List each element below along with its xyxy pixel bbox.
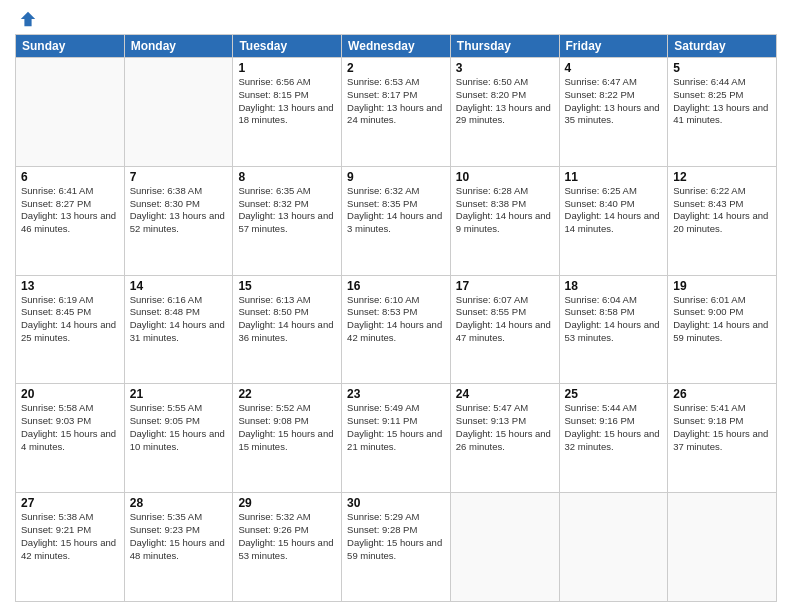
day-number: 7: [130, 170, 228, 184]
day-info: Sunrise: 6:22 AM Sunset: 8:43 PM Dayligh…: [673, 185, 771, 236]
day-info: Sunrise: 6:07 AM Sunset: 8:55 PM Dayligh…: [456, 294, 554, 345]
calendar-cell: 13Sunrise: 6:19 AM Sunset: 8:45 PM Dayli…: [16, 275, 125, 384]
column-header-saturday: Saturday: [668, 35, 777, 58]
calendar-cell: 7Sunrise: 6:38 AM Sunset: 8:30 PM Daylig…: [124, 166, 233, 275]
day-info: Sunrise: 6:04 AM Sunset: 8:58 PM Dayligh…: [565, 294, 663, 345]
day-number: 4: [565, 61, 663, 75]
day-number: 25: [565, 387, 663, 401]
calendar-cell: 14Sunrise: 6:16 AM Sunset: 8:48 PM Dayli…: [124, 275, 233, 384]
day-number: 20: [21, 387, 119, 401]
day-info: Sunrise: 6:41 AM Sunset: 8:27 PM Dayligh…: [21, 185, 119, 236]
day-number: 18: [565, 279, 663, 293]
column-header-thursday: Thursday: [450, 35, 559, 58]
calendar-cell: 28Sunrise: 5:35 AM Sunset: 9:23 PM Dayli…: [124, 493, 233, 602]
calendar-cell: 8Sunrise: 6:35 AM Sunset: 8:32 PM Daylig…: [233, 166, 342, 275]
day-info: Sunrise: 5:58 AM Sunset: 9:03 PM Dayligh…: [21, 402, 119, 453]
day-number: 24: [456, 387, 554, 401]
calendar-cell: 11Sunrise: 6:25 AM Sunset: 8:40 PM Dayli…: [559, 166, 668, 275]
day-info: Sunrise: 5:55 AM Sunset: 9:05 PM Dayligh…: [130, 402, 228, 453]
day-info: Sunrise: 5:49 AM Sunset: 9:11 PM Dayligh…: [347, 402, 445, 453]
day-info: Sunrise: 6:19 AM Sunset: 8:45 PM Dayligh…: [21, 294, 119, 345]
day-number: 16: [347, 279, 445, 293]
calendar-cell: 23Sunrise: 5:49 AM Sunset: 9:11 PM Dayli…: [342, 384, 451, 493]
calendar-cell: [16, 58, 125, 167]
calendar-cell: 2Sunrise: 6:53 AM Sunset: 8:17 PM Daylig…: [342, 58, 451, 167]
calendar-cell: 3Sunrise: 6:50 AM Sunset: 8:20 PM Daylig…: [450, 58, 559, 167]
day-number: 10: [456, 170, 554, 184]
calendar-cell: 16Sunrise: 6:10 AM Sunset: 8:53 PM Dayli…: [342, 275, 451, 384]
calendar-cell: 27Sunrise: 5:38 AM Sunset: 9:21 PM Dayli…: [16, 493, 125, 602]
day-info: Sunrise: 6:32 AM Sunset: 8:35 PM Dayligh…: [347, 185, 445, 236]
day-info: Sunrise: 6:13 AM Sunset: 8:50 PM Dayligh…: [238, 294, 336, 345]
logo: [15, 10, 37, 28]
column-header-friday: Friday: [559, 35, 668, 58]
day-info: Sunrise: 6:44 AM Sunset: 8:25 PM Dayligh…: [673, 76, 771, 127]
day-info: Sunrise: 6:53 AM Sunset: 8:17 PM Dayligh…: [347, 76, 445, 127]
calendar-cell: 6Sunrise: 6:41 AM Sunset: 8:27 PM Daylig…: [16, 166, 125, 275]
calendar-cell: 26Sunrise: 5:41 AM Sunset: 9:18 PM Dayli…: [668, 384, 777, 493]
day-info: Sunrise: 5:29 AM Sunset: 9:28 PM Dayligh…: [347, 511, 445, 562]
day-number: 28: [130, 496, 228, 510]
svg-marker-0: [21, 12, 35, 26]
day-number: 9: [347, 170, 445, 184]
logo-icon: [19, 10, 37, 28]
calendar-table: SundayMondayTuesdayWednesdayThursdayFrid…: [15, 34, 777, 602]
day-number: 12: [673, 170, 771, 184]
column-header-tuesday: Tuesday: [233, 35, 342, 58]
calendar-cell: 1Sunrise: 6:56 AM Sunset: 8:15 PM Daylig…: [233, 58, 342, 167]
calendar-cell: 10Sunrise: 6:28 AM Sunset: 8:38 PM Dayli…: [450, 166, 559, 275]
calendar-cell: 19Sunrise: 6:01 AM Sunset: 9:00 PM Dayli…: [668, 275, 777, 384]
day-info: Sunrise: 6:16 AM Sunset: 8:48 PM Dayligh…: [130, 294, 228, 345]
calendar-cell: [668, 493, 777, 602]
day-info: Sunrise: 5:35 AM Sunset: 9:23 PM Dayligh…: [130, 511, 228, 562]
day-info: Sunrise: 6:25 AM Sunset: 8:40 PM Dayligh…: [565, 185, 663, 236]
day-info: Sunrise: 6:35 AM Sunset: 8:32 PM Dayligh…: [238, 185, 336, 236]
calendar-cell: 15Sunrise: 6:13 AM Sunset: 8:50 PM Dayli…: [233, 275, 342, 384]
calendar-cell: 12Sunrise: 6:22 AM Sunset: 8:43 PM Dayli…: [668, 166, 777, 275]
calendar-cell: 22Sunrise: 5:52 AM Sunset: 9:08 PM Dayli…: [233, 384, 342, 493]
day-info: Sunrise: 6:38 AM Sunset: 8:30 PM Dayligh…: [130, 185, 228, 236]
day-info: Sunrise: 6:47 AM Sunset: 8:22 PM Dayligh…: [565, 76, 663, 127]
calendar-cell: 30Sunrise: 5:29 AM Sunset: 9:28 PM Dayli…: [342, 493, 451, 602]
day-number: 22: [238, 387, 336, 401]
day-info: Sunrise: 6:56 AM Sunset: 8:15 PM Dayligh…: [238, 76, 336, 127]
column-header-wednesday: Wednesday: [342, 35, 451, 58]
calendar-cell: 17Sunrise: 6:07 AM Sunset: 8:55 PM Dayli…: [450, 275, 559, 384]
calendar-cell: 5Sunrise: 6:44 AM Sunset: 8:25 PM Daylig…: [668, 58, 777, 167]
day-info: Sunrise: 6:50 AM Sunset: 8:20 PM Dayligh…: [456, 76, 554, 127]
calendar-cell: 4Sunrise: 6:47 AM Sunset: 8:22 PM Daylig…: [559, 58, 668, 167]
day-number: 19: [673, 279, 771, 293]
day-number: 21: [130, 387, 228, 401]
day-number: 23: [347, 387, 445, 401]
day-info: Sunrise: 6:10 AM Sunset: 8:53 PM Dayligh…: [347, 294, 445, 345]
calendar-cell: 20Sunrise: 5:58 AM Sunset: 9:03 PM Dayli…: [16, 384, 125, 493]
day-number: 6: [21, 170, 119, 184]
day-info: Sunrise: 6:01 AM Sunset: 9:00 PM Dayligh…: [673, 294, 771, 345]
day-number: 8: [238, 170, 336, 184]
calendar-cell: 9Sunrise: 6:32 AM Sunset: 8:35 PM Daylig…: [342, 166, 451, 275]
day-number: 5: [673, 61, 771, 75]
calendar-cell: 25Sunrise: 5:44 AM Sunset: 9:16 PM Dayli…: [559, 384, 668, 493]
day-info: Sunrise: 5:52 AM Sunset: 9:08 PM Dayligh…: [238, 402, 336, 453]
calendar-cell: [124, 58, 233, 167]
day-number: 30: [347, 496, 445, 510]
day-number: 13: [21, 279, 119, 293]
day-info: Sunrise: 6:28 AM Sunset: 8:38 PM Dayligh…: [456, 185, 554, 236]
column-header-monday: Monday: [124, 35, 233, 58]
column-header-sunday: Sunday: [16, 35, 125, 58]
day-info: Sunrise: 5:44 AM Sunset: 9:16 PM Dayligh…: [565, 402, 663, 453]
day-number: 11: [565, 170, 663, 184]
day-info: Sunrise: 5:38 AM Sunset: 9:21 PM Dayligh…: [21, 511, 119, 562]
day-number: 27: [21, 496, 119, 510]
day-number: 29: [238, 496, 336, 510]
day-number: 3: [456, 61, 554, 75]
calendar-cell: [559, 493, 668, 602]
day-info: Sunrise: 5:47 AM Sunset: 9:13 PM Dayligh…: [456, 402, 554, 453]
day-number: 26: [673, 387, 771, 401]
day-number: 1: [238, 61, 336, 75]
day-number: 15: [238, 279, 336, 293]
calendar-cell: [450, 493, 559, 602]
calendar-cell: 18Sunrise: 6:04 AM Sunset: 8:58 PM Dayli…: [559, 275, 668, 384]
day-number: 2: [347, 61, 445, 75]
day-info: Sunrise: 5:41 AM Sunset: 9:18 PM Dayligh…: [673, 402, 771, 453]
